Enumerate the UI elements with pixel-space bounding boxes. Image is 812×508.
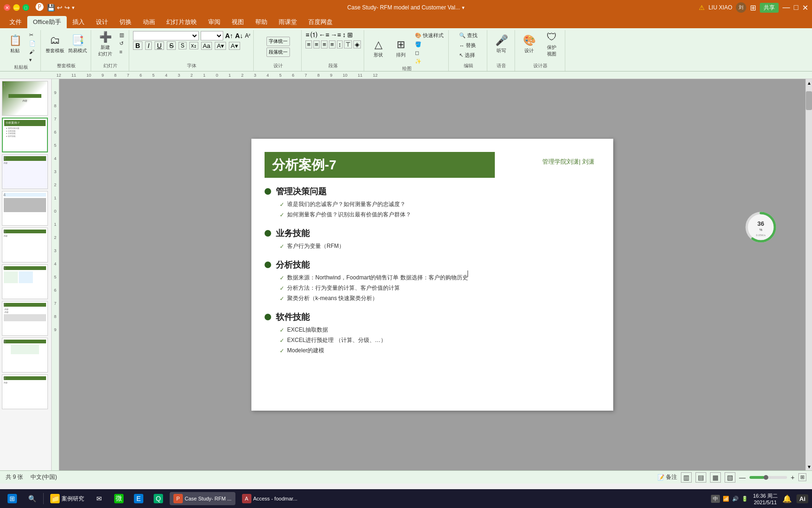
view-reading-btn[interactable]: ▧ <box>725 472 735 483</box>
tab-yuketang[interactable]: 雨课堂 <box>273 16 303 28</box>
taskbar-time[interactable]: 16:36 周二 2021/5/11 <box>753 492 778 505</box>
zoom-slider-thumb[interactable] <box>764 475 768 480</box>
input-method-icon[interactable]: 中 <box>711 495 720 503</box>
slide-thumb-8[interactable]: 8 <box>2 338 48 373</box>
slide-thumb-7[interactable]: 7 - 内容 - 内容 <box>2 301 48 336</box>
subscript-button[interactable]: x₂ <box>189 42 198 49</box>
taskbar-ppt-item[interactable]: P Case Study- RFM ... <box>170 492 235 505</box>
voice-input-button[interactable]: 🎤 听写 <box>491 31 512 57</box>
slide-thumb-9[interactable]: 9 内容 <box>2 374 48 409</box>
format-painter-button[interactable]: 🖌 <box>27 48 38 56</box>
font-size-select[interactable] <box>201 31 223 40</box>
tab-help[interactable]: 帮助 <box>250 16 273 28</box>
quick-access-icon[interactable]: ▾ <box>72 5 75 11</box>
slide-thumb-4[interactable]: 4 <box>2 191 48 226</box>
tab-office[interactable]: Office助手 <box>27 16 67 28</box>
scroll-down-btn[interactable]: ▼ <box>806 463 812 470</box>
tab-transitions[interactable]: 切换 <box>114 16 137 28</box>
line-spacing-button[interactable]: ↕ <box>343 31 346 40</box>
search-button[interactable]: 🔍 <box>23 492 40 505</box>
bullets-button[interactable]: ≡ <box>305 31 309 40</box>
tab-design[interactable]: 设计 <box>90 16 114 28</box>
taskbar-item-5[interactable]: Q <box>150 492 167 505</box>
justify-button[interactable]: ≡ <box>329 40 336 48</box>
slide-thumb-2[interactable]: 2 分析案例-7 ● 管理决策问题 ● 业务技能 ● 分析技能 ● 软件技能 <box>2 118 48 152</box>
increase-font-button[interactable]: A↑ <box>225 32 233 40</box>
clear-format-button[interactable]: Aᶻ <box>245 32 250 39</box>
font-unify-button[interactable]: 字体统一 <box>266 37 290 46</box>
cut-button[interactable]: ✂ <box>27 31 38 39</box>
quick-style-button[interactable]: 🎨 快速样式 <box>413 31 445 40</box>
simple-mode-button[interactable]: 📑 简易模式 <box>67 31 88 57</box>
tab-insert[interactable]: 插入 <box>67 16 90 28</box>
smartart-button[interactable]: ◈ <box>353 40 361 48</box>
para-unify-button[interactable]: 段落统一 <box>266 48 290 57</box>
close-btn[interactable]: ✕ <box>802 3 808 12</box>
vertical-scrollbar[interactable]: ▲ ▼ <box>805 79 812 470</box>
text-direction-button[interactable]: ↕ <box>337 40 343 48</box>
view-slide-btn[interactable]: ▤ <box>695 472 706 483</box>
full-template-button[interactable]: 🗂 整套模板 <box>45 31 65 57</box>
tab-baidu[interactable]: 百度网盘 <box>303 16 338 28</box>
shape-button[interactable]: △ 形状 <box>368 35 389 62</box>
copy-button[interactable]: 📄 <box>27 40 38 48</box>
tab-animations[interactable]: 动画 <box>137 16 161 28</box>
ai-label[interactable]: Ai <box>796 494 808 503</box>
reset-button[interactable]: ↺ <box>117 40 126 48</box>
shape-fill-button[interactable]: 🪣 <box>413 40 445 48</box>
layout-icon[interactable]: ⊞ <box>750 3 756 12</box>
align-left-button[interactable]: ≡ <box>305 40 312 48</box>
arrange-button[interactable]: ⊞ 排列 <box>390 35 411 62</box>
maximize-btn[interactable]: □ <box>794 3 798 12</box>
zoom-slider[interactable] <box>750 476 787 479</box>
fit-window-btn[interactable]: ⊞ <box>798 473 806 481</box>
select-button[interactable]: ↖ 选择 <box>457 51 477 60</box>
slide-thumb-3[interactable]: 3 内容 <box>2 154 48 189</box>
indent-dec-button[interactable]: ←≡ <box>319 31 329 40</box>
slide-thumb-6[interactable]: 6 <box>2 264 48 299</box>
battery-icon[interactable]: 🔋 <box>742 496 748 502</box>
share-button[interactable]: 共享 <box>760 3 779 13</box>
shape-effect-button[interactable]: ✨ <box>413 57 445 65</box>
save-icon[interactable]: 💾 <box>47 4 55 11</box>
underline-button[interactable]: U <box>155 41 164 50</box>
zoom-in-btn[interactable]: + <box>791 474 795 481</box>
highlight-button[interactable]: A▾ <box>215 42 226 50</box>
taskbar-access-item[interactable]: A Access - foodmar... <box>238 492 301 505</box>
paste-options-button[interactable]: ▾ <box>27 56 38 64</box>
undo-icon[interactable]: ↩ <box>57 4 62 11</box>
align-right-button[interactable]: ≡ <box>321 40 328 48</box>
layout-button[interactable]: ▥ <box>117 31 126 39</box>
scroll-up-btn[interactable]: ▲ <box>806 79 812 87</box>
font-name-select[interactable] <box>133 31 199 40</box>
align-center-button[interactable]: ≡ <box>313 40 320 48</box>
paste-button[interactable]: 📋 粘贴 <box>5 31 25 57</box>
replace-button[interactable]: ↔ 替换 <box>457 41 478 50</box>
window-min-btn[interactable]: — <box>13 4 20 11</box>
window-max-btn[interactable]: □ <box>23 4 29 11</box>
indent-inc-button[interactable]: →≡ <box>331 31 341 40</box>
text-align-v-button[interactable]: ⊤ <box>344 40 352 48</box>
ai-design-button[interactable]: 🎨 设计 <box>519 31 539 57</box>
network-icon[interactable]: 📶 <box>723 496 729 502</box>
char-spacing-button[interactable]: A▾ <box>229 42 240 50</box>
tab-file[interactable]: 文件 <box>4 16 27 28</box>
notes-label[interactable]: 📝 备注 <box>657 473 677 481</box>
decrease-font-button[interactable]: A↓ <box>235 32 243 40</box>
slide-canvas[interactable]: 分析案例-7 管理学院刘潇| 刘潇 管理决策问题 ✓ 谁是我们的忠诚客户？如何测… <box>251 139 613 411</box>
minimize-btn[interactable]: — <box>782 3 790 12</box>
start-button[interactable]: ⊞ <box>4 492 21 505</box>
taskbar-folder-item[interactable]: 📁 案例研究 <box>47 492 88 505</box>
window-close-btn[interactable]: ✕ <box>4 4 10 11</box>
section-button[interactable]: ≡ <box>117 48 126 56</box>
numbering-button[interactable]: ⑴ <box>311 31 317 40</box>
redo-icon[interactable]: ↪ <box>64 4 70 11</box>
slide-thumb-5[interactable]: 5 内容 <box>2 228 48 262</box>
shadow-button[interactable]: S <box>179 42 186 49</box>
slide-thumb-1[interactable]: 1 内容 <box>2 81 48 116</box>
title-dropdown-icon[interactable]: ▾ <box>462 5 465 11</box>
italic-button[interactable]: I <box>145 41 152 50</box>
scroll-thumb[interactable] <box>806 91 812 110</box>
view-normal-btn[interactable]: ▥ <box>681 472 692 483</box>
font-color-button[interactable]: Aa <box>201 42 212 50</box>
